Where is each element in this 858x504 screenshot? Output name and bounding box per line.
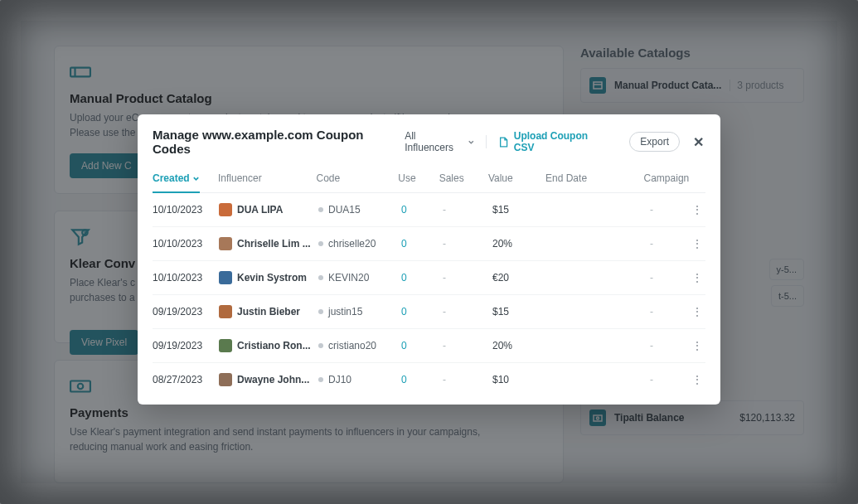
table-body: 10/10/2023DUA LIPADUA150-$15-⋮10/10/2023…	[153, 193, 705, 396]
row-more-button[interactable]: ⋮	[689, 306, 705, 318]
code-value: DUA15	[328, 204, 361, 216]
status-dot-icon	[318, 207, 323, 212]
code-value: KEVIN20	[328, 272, 369, 284]
cell-value: 20%	[492, 238, 550, 250]
row-more-button[interactable]: ⋮	[689, 374, 705, 386]
row-more-button[interactable]: ⋮	[689, 272, 705, 284]
table-row: 09/19/2023Cristiano Ron...cristiano200-2…	[153, 329, 705, 363]
row-more-button[interactable]: ⋮	[689, 238, 705, 250]
cell-created: 08/27/2023	[153, 374, 219, 385]
modal-header: Manage www.example.com Coupon Codes All …	[138, 114, 720, 167]
code-value: DJ10	[328, 374, 351, 385]
cell-use[interactable]: 0	[401, 272, 443, 284]
cell-campaign: -	[650, 238, 689, 250]
cell-code: DUA15	[318, 204, 401, 216]
cell-use[interactable]: 0	[401, 204, 443, 216]
avatar	[219, 305, 232, 318]
influencer-name: DUA LIPA	[237, 204, 283, 216]
influencer-name: Justin Bieber	[237, 306, 300, 317]
cell-campaign: -	[650, 374, 689, 385]
cell-value: $15	[492, 306, 550, 317]
cell-code: chriselle20	[318, 238, 401, 250]
th-end-date[interactable]: End Date	[545, 172, 644, 184]
th-use[interactable]: Use	[398, 172, 439, 184]
cell-sales: -	[443, 374, 492, 385]
cell-campaign: -	[650, 204, 689, 216]
cell-created: 10/10/2023	[153, 272, 219, 284]
cell-use[interactable]: 0	[401, 340, 443, 351]
cell-influencer[interactable]: Justin Bieber	[219, 305, 318, 318]
influencer-filter-label: All Influencers	[405, 130, 464, 153]
more-vertical-icon: ⋮	[691, 305, 703, 318]
table-row: 10/10/2023Kevin SystromKEVIN200-€20-⋮	[153, 261, 705, 295]
upload-coupon-csv-link[interactable]: Upload Coupon CSV	[498, 130, 606, 153]
cell-code: KEVIN20	[318, 272, 401, 284]
table-row: 09/19/2023Justin Bieberjustin150-$15-⋮	[153, 295, 705, 329]
influencer-name: Dwayne John...	[237, 374, 309, 385]
influencer-name: Kevin Systrom	[237, 272, 307, 284]
th-sales[interactable]: Sales	[439, 172, 488, 184]
table-row: 10/10/2023Chriselle Lim ...chriselle200-…	[153, 227, 705, 261]
cell-value: $10	[492, 374, 550, 385]
cell-code: cristiano20	[318, 340, 401, 351]
status-dot-icon	[318, 241, 323, 246]
chevron-down-icon	[192, 175, 200, 182]
cell-influencer[interactable]: Cristiano Ron...	[219, 339, 318, 352]
more-vertical-icon: ⋮	[691, 339, 703, 352]
cell-influencer[interactable]: Chriselle Lim ...	[219, 237, 318, 250]
close-icon[interactable]: ✕	[691, 134, 705, 150]
status-dot-icon	[318, 275, 323, 280]
avatar	[219, 271, 232, 284]
cell-code: justin15	[318, 306, 401, 317]
cell-use[interactable]: 0	[401, 238, 443, 250]
code-value: chriselle20	[328, 238, 376, 250]
export-button[interactable]: Export	[629, 132, 680, 152]
cell-created: 10/10/2023	[153, 204, 219, 216]
cell-use[interactable]: 0	[401, 306, 443, 317]
cell-value: 20%	[492, 340, 550, 351]
th-created-label: Created	[153, 172, 190, 184]
status-dot-icon	[318, 343, 323, 348]
cell-campaign: -	[650, 272, 689, 284]
th-value[interactable]: Value	[488, 172, 545, 184]
more-vertical-icon: ⋮	[691, 373, 703, 386]
cell-code: DJ10	[318, 374, 401, 385]
cell-created: 10/10/2023	[153, 238, 219, 250]
more-vertical-icon: ⋮	[691, 271, 703, 284]
influencer-name: Chriselle Lim ...	[237, 238, 311, 250]
file-icon	[498, 137, 508, 148]
influencer-filter-select[interactable]: All Influencers	[405, 130, 474, 153]
status-dot-icon	[318, 309, 323, 314]
th-created[interactable]: Created	[153, 172, 200, 193]
avatar	[219, 373, 232, 386]
chevron-down-icon	[468, 138, 475, 146]
th-code[interactable]: Code	[317, 172, 399, 184]
cell-created: 09/19/2023	[153, 340, 219, 351]
cell-influencer[interactable]: Kevin Systrom	[219, 271, 318, 284]
table-row: 08/27/2023Dwayne John...DJ100-$10-⋮	[153, 363, 705, 396]
cell-sales: -	[443, 340, 492, 351]
cell-use[interactable]: 0	[401, 374, 443, 385]
cell-campaign: -	[650, 306, 689, 317]
row-more-button[interactable]: ⋮	[689, 340, 705, 352]
cell-created: 09/19/2023	[153, 306, 219, 317]
avatar	[219, 339, 232, 352]
modal-title: Manage www.example.com Coupon Codes	[153, 128, 393, 156]
coupon-codes-modal: Manage www.example.com Coupon Codes All …	[138, 114, 720, 405]
cell-sales: -	[443, 306, 492, 317]
cell-influencer[interactable]: Dwayne John...	[219, 373, 318, 386]
table-row: 10/10/2023DUA LIPADUA150-$15-⋮	[153, 193, 705, 227]
upload-csv-label: Upload Coupon CSV	[514, 130, 607, 153]
cell-sales: -	[443, 272, 492, 284]
cell-value: €20	[492, 272, 550, 284]
more-vertical-icon: ⋮	[691, 203, 703, 216]
cell-value: $15	[492, 204, 550, 216]
status-dot-icon	[318, 377, 323, 382]
cell-campaign: -	[650, 340, 689, 351]
th-campaign[interactable]: Campaign	[644, 172, 690, 184]
code-value: cristiano20	[328, 340, 376, 351]
th-influencer[interactable]: Influencer	[218, 172, 317, 184]
row-more-button[interactable]: ⋮	[689, 204, 705, 216]
cell-sales: -	[443, 238, 492, 250]
cell-influencer[interactable]: DUA LIPA	[219, 203, 318, 216]
